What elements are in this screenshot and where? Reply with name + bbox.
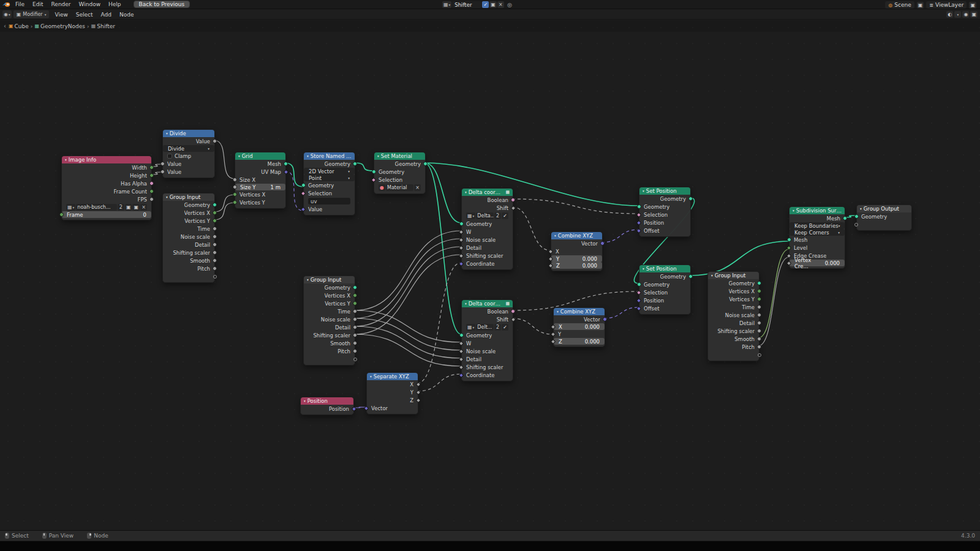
menu-help[interactable]: Help [105, 1, 125, 8]
fake-user-toggle[interactable]: ✓ [502, 212, 508, 219]
fake-user-toggle[interactable]: ✓ [482, 1, 489, 8]
float-socket[interactable] [548, 249, 553, 253]
geometry-socket[interactable] [423, 162, 428, 166]
int-socket[interactable] [149, 189, 154, 193]
float-socket[interactable] [213, 234, 217, 239]
nodetree-icon[interactable]: ▦▾ [466, 324, 475, 331]
float-socket[interactable] [757, 305, 761, 309]
boolean-socket[interactable] [371, 177, 376, 182]
value-field[interactable]: X0.000 [556, 323, 602, 330]
node-header[interactable]: ▾Set Material [374, 152, 425, 160]
boolean-socket[interactable] [511, 309, 515, 313]
value-field[interactable]: Z0.000 [554, 262, 600, 269]
float-socket[interactable] [757, 313, 761, 317]
node-header[interactable]: ▾Group Input [304, 276, 355, 283]
unlink-button[interactable]: × [497, 1, 504, 8]
node-group-input-3[interactable]: ▾Group InputGeometryVertices XVertices Y… [707, 271, 760, 361]
editor-type-dropdown[interactable]: ◉▾ [2, 10, 12, 18]
float-socket[interactable] [160, 162, 165, 166]
scene-selector[interactable]: ◍Scene [885, 1, 914, 9]
overlays-icon[interactable]: ◉ [962, 11, 969, 18]
value-field[interactable]: Y0.000 [554, 255, 600, 262]
float-socket[interactable] [213, 266, 217, 271]
node-header[interactable]: ▾Set Position [639, 265, 690, 272]
menu-file[interactable]: File [12, 1, 28, 8]
pin-icon[interactable]: ◎ [507, 2, 512, 8]
boolean-socket[interactable] [511, 198, 515, 202]
breadcrumb-item[interactable]: GeometryNodes [40, 23, 85, 29]
editor-menu-add[interactable]: Add [97, 11, 115, 18]
geometry-socket[interactable] [372, 170, 376, 174]
float-socket[interactable] [459, 364, 464, 369]
int-socket[interactable] [757, 289, 761, 293]
node-header[interactable]: ▾Image Info [62, 156, 151, 163]
float-socket[interactable] [757, 337, 761, 341]
nodetree-icon[interactable]: ▦▾ [466, 212, 475, 219]
geometry-socket[interactable] [637, 204, 641, 209]
checkbox[interactable] [167, 154, 172, 159]
datablock-selector[interactable]: ▦▾Delta...2✓ [466, 212, 508, 219]
float-socket[interactable] [551, 339, 556, 343]
geometry-socket[interactable] [213, 203, 217, 207]
vector-socket[interactable] [301, 206, 306, 211]
float-socket[interactable] [233, 185, 237, 189]
vector-socket[interactable] [636, 305, 641, 310]
collapse-chevron-icon[interactable]: ▾ [65, 158, 67, 162]
node-set-position-1[interactable]: ▾Set PositionGeometryGeometrySelectionPo… [639, 187, 691, 237]
node-group-output[interactable]: ▾Group OutputGeometry [856, 204, 912, 231]
node-header[interactable]: ▾Divide [163, 130, 214, 137]
unlink-button[interactable]: × [140, 204, 147, 211]
float-socket[interactable] [551, 331, 556, 336]
vector-socket[interactable] [352, 406, 356, 411]
float-socket[interactable] [353, 325, 357, 329]
node-header[interactable]: ▾Set Position [639, 187, 690, 195]
node-position[interactable]: ▾PositionPosition [300, 397, 354, 415]
mode-dropdown[interactable]: ▣Modifier▾ [13, 10, 50, 18]
vector-socket[interactable] [284, 169, 288, 174]
breadcrumb-item[interactable]: Cube [15, 23, 29, 29]
node-delta-coordinate-1[interactable]: ▾Delta coordinate▦BooleanShift▦▾Delta...… [461, 188, 513, 270]
value-field[interactable]: Size Y1 m [238, 184, 283, 190]
virtual-socket[interactable] [854, 223, 858, 227]
float-socket[interactable] [353, 317, 357, 321]
shield-icon[interactable]: ▣ [489, 1, 497, 8]
node-combine-xyz-2[interactable]: ▾Combine XYZVectorX0.000YZ0.000 [553, 307, 605, 347]
vector-socket[interactable] [459, 261, 464, 266]
float-socket[interactable] [459, 245, 464, 250]
node-image-info[interactable]: ▾Image InfoWidthHeightHas AlphaFrame Cou… [61, 156, 152, 220]
duplicate-icon[interactable]: ▣ [125, 204, 132, 211]
vector-socket[interactable] [636, 220, 641, 225]
float-socket[interactable] [353, 349, 357, 353]
vector-socket[interactable] [459, 372, 464, 377]
browse-icon[interactable]: ▣ [132, 204, 140, 211]
float-socket[interactable] [786, 253, 791, 258]
float-socket[interactable] [511, 205, 516, 210]
node-set-position-2[interactable]: ▾Set PositionGeometryGeometrySelectionPo… [639, 264, 691, 315]
nodetree-name-field[interactable]: Shifter [452, 1, 481, 8]
collapse-chevron-icon[interactable]: ▾ [860, 207, 862, 211]
int-socket[interactable] [213, 219, 217, 223]
datablock-selector[interactable]: ●Material× [379, 184, 421, 191]
float-socket[interactable] [213, 258, 217, 263]
snapping-icon[interactable]: ◐ [946, 11, 953, 18]
node-grid[interactable]: ▾GridMeshUV MapSize XSize Y1 mVertices X… [235, 152, 286, 209]
user-count-badge[interactable]: 2 [494, 212, 501, 219]
node-header[interactable]: ▾Separate XYZ [367, 373, 418, 380]
editor-menu-node[interactable]: Node [116, 11, 138, 18]
fake-user-toggle[interactable]: ✓ [502, 324, 508, 331]
dropdown[interactable]: Divide▾ [165, 145, 212, 152]
vector-socket[interactable] [636, 298, 641, 302]
float-socket[interactable] [213, 250, 217, 255]
int-socket[interactable] [786, 245, 791, 250]
datablock-name[interactable]: Delta... [476, 212, 494, 219]
float-socket[interactable] [757, 321, 761, 325]
datablock-name[interactable]: noah-busch... [76, 204, 117, 211]
vector-socket[interactable] [364, 405, 369, 410]
vector-socket[interactable] [603, 317, 607, 321]
menu-window[interactable]: Window [75, 1, 105, 8]
options-icon[interactable]: ▣ [970, 11, 978, 18]
virtual-socket[interactable] [758, 353, 761, 357]
collapse-chevron-icon[interactable]: ▾ [377, 154, 379, 158]
float-socket[interactable] [233, 178, 237, 182]
node-header[interactable]: ▾Group Output [857, 205, 911, 212]
